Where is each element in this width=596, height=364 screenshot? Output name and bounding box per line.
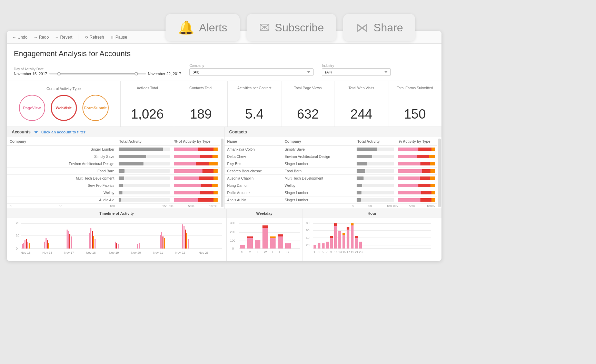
contacts-table-row[interactable]: Cesáreo Beauchesne Food Barn [225,168,438,175]
contact-name-cell: Delta Chew [225,153,282,160]
accounts-table-row[interactable]: Wellby [7,189,220,196]
contact-pct-cell [396,175,437,182]
undo-icon: ← [12,35,16,39]
account-activity-cell [117,175,172,182]
industry-filter-select[interactable]: (All) [322,68,391,76]
revert-button[interactable]: ← Revert [55,35,72,40]
contact-pct-cell [396,146,437,153]
contacts-table-row[interactable]: Elsy Britt Singer Lumber [225,160,438,168]
kpi-per-contact-value: 5.4 [245,107,264,122]
contacts-data-columns: Name Company Total Activity % Activity b… [225,137,438,209]
refresh-button[interactable]: ⟳ Refresh [85,35,104,40]
pageview-circle[interactable]: PageView [19,95,45,121]
col-contact-activity-header: Total Activity [355,137,396,146]
wy-200: 200 [230,230,235,234]
contacts-table-row[interactable]: Hung Damon Wellby [225,182,438,189]
contacts-table-row[interactable]: Ausonia Chaplin Multi Tech Development [225,175,438,182]
date-filter-group: Day of Activity Date November 15, 2017 N… [14,67,181,76]
account-pct-cell [172,189,220,196]
subscribe-button[interactable]: ✉ Subscribe [247,14,336,41]
timeline-chart: 20 10 0 [10,219,223,257]
timeline-header: Timeline of Activity [7,209,226,218]
account-company-cell: Environ Architectural Design [7,160,117,168]
timeline-bar [185,230,186,249]
account-activity-cell [117,153,172,160]
undo-button[interactable]: ← Undo [12,35,28,40]
wy-0: 0 [232,247,234,250]
wx-s2: S [287,250,289,254]
refresh-icon: ⟳ [85,35,88,40]
accounts-panel-header: Accounts ★ Click an account to filter [7,127,224,137]
accounts-table-row[interactable]: Singer Lumber [7,146,220,153]
share-label: Share [374,21,403,34]
contact-pct-cell [396,189,437,196]
account-activity-cell [117,182,172,189]
weekday-panel: Weekday 300 200 100 0 [227,209,302,261]
mail-icon: ✉ [259,20,270,35]
timeline-bar [48,243,49,249]
hx-15: 15 [342,250,346,254]
timeline-bar [26,239,27,249]
h-bar-17 [347,230,349,249]
accounts-table-row[interactable]: Multi Tech Development [7,175,220,182]
accounts-table-row[interactable]: Audio Aid [7,196,220,204]
accounts-table-row[interactable]: Food Barn [7,168,220,175]
contacts-x-axis: 0 50 100 0% 50% 100% [225,204,438,209]
wx-m: M [249,250,251,254]
contacts-table-row[interactable]: Anais Aubin Singer Lumber [225,196,438,204]
contact-name-cell: Amankaya Colón [225,146,282,153]
account-pct-cell [172,160,220,168]
timeline-panel: Timeline of Activity 20 10 0 [7,209,227,261]
wd-bar-t2 [270,238,276,249]
contacts-table-row[interactable]: Dollie Antunez Singer Lumber [225,189,438,196]
contacts-table-row[interactable]: Delta Chew Environ Architectural Design [225,153,438,160]
pause-button[interactable]: ⏸ Pause [110,35,127,40]
hour-panel: Hour 80 60 40 20 [302,209,441,261]
x-label-nov23: Nov 23 [199,251,209,254]
date-handle-left[interactable] [57,72,61,75]
contacts-scrollbar[interactable] [438,139,441,207]
timeline-bar [188,239,189,249]
redo-button[interactable]: → Redo [34,35,49,40]
col-company-header: Company [7,137,117,146]
contacts-table-area: Name Company Total Activity % Activity b… [225,137,442,209]
timeline-bar [186,233,187,249]
contacts-table: Name Company Total Activity % Activity b… [225,137,438,204]
timeline-bar [183,226,185,249]
date-handle-right[interactable] [135,72,138,75]
accounts-table-row[interactable]: Simply Save [7,153,220,160]
contacts-panel: Contacts Name Company Total Activity % A… [225,127,442,209]
timeline-bar [29,243,30,249]
date-slider-track [59,73,136,74]
date-slider[interactable] [49,73,146,74]
contact-pct-cell [396,182,437,189]
contacts-title: Contacts [229,130,247,134]
timeline-bar [161,232,162,249]
accounts-scrollbar[interactable] [221,139,223,207]
alerts-button[interactable]: 🔔 Alerts [166,14,240,41]
accounts-filter-link[interactable]: Click an account to filter [41,130,86,134]
timeline-bar [164,238,165,249]
col-contact-pct-header: % Activity by Type [396,137,437,146]
wd-bar-f [278,236,283,249]
contact-company-cell: Food Barn [282,168,355,175]
alerts-label: Alerts [199,21,227,34]
timeline-bar [116,243,117,249]
h-bar-9-red [330,236,333,238]
company-filter-select[interactable]: (All) [189,68,314,76]
accounts-table-row[interactable]: Environ Architectural Design [7,160,220,168]
company-filter-group: Company (All) [189,64,314,76]
share-button[interactable]: ⋈ Share [343,14,415,41]
hy-20: 20 [306,243,309,247]
formsubmit-circle[interactable]: FormSubmit [82,95,109,121]
h-bar-17-red [347,227,349,230]
webvisit-label: WebVisit [56,106,71,110]
hy-40: 40 [306,236,309,240]
accounts-table-row[interactable]: Sew-Fro Fabrics [7,182,220,189]
contact-name-cell: Ausonia Chaplin [225,175,282,182]
account-pct-cell [172,175,220,182]
contacts-table-row[interactable]: Amankaya Colón Simply Save [225,146,438,153]
webvisit-circle[interactable]: WebVisit [51,95,77,121]
revert-label: Revert [60,35,72,40]
date-start-value: November 15, 2017 [14,72,47,76]
